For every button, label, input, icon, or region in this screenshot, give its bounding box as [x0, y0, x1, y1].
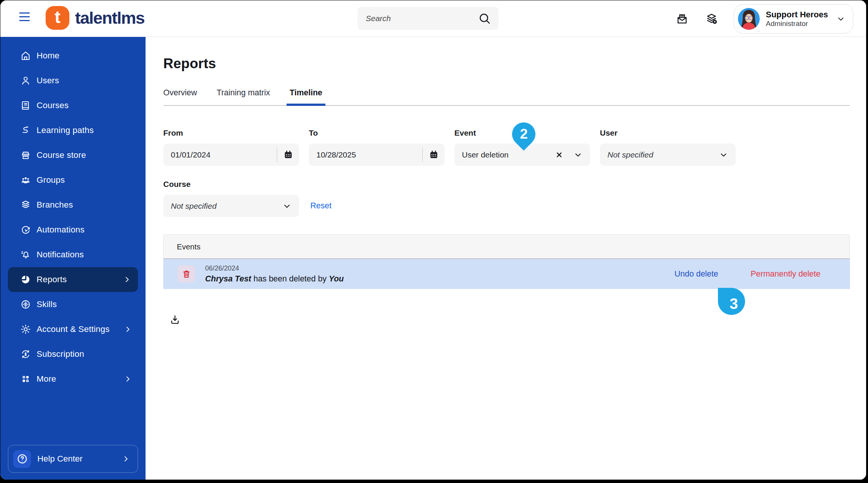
tab-overview[interactable]: Overview — [163, 88, 197, 98]
sidebar-item-label: Courses — [37, 101, 69, 110]
events-panel: Events 06/26/2024 Chrysa Test has been d… — [163, 234, 850, 289]
filter-row-1: From 01/01/2024 To 10/28/2025 — [163, 128, 736, 166]
page-title: Reports — [163, 56, 216, 72]
filter-row-2: Course Not specified Reset — [163, 180, 331, 217]
app-window: t talentlms Support Heroes Administrator — [0, 0, 866, 480]
user-label: User — [600, 128, 736, 138]
chevron-right-icon — [124, 325, 132, 333]
sidebar-item-label: Skills — [37, 300, 57, 309]
topbar-actions: Support Heroes Administrator — [675, 4, 853, 33]
user-name: Support Heroes — [766, 9, 828, 20]
sidebar-item-label: Learning paths — [37, 125, 94, 135]
brand-logo[interactable]: t talentlms — [46, 6, 144, 30]
chevron-down-icon[interactable] — [719, 150, 728, 159]
sidebar-item-automations[interactable]: Automations — [0, 217, 146, 242]
sidebar: Home Users Courses Learning paths Course… — [0, 37, 146, 480]
sidebar-nav: Home Users Courses Learning paths Course… — [0, 37, 146, 391]
chevron-down-icon[interactable] — [574, 150, 583, 159]
export-download-icon[interactable] — [169, 314, 181, 326]
deletion-event-badge — [178, 265, 195, 283]
filter-course: Course Not specified — [163, 180, 299, 217]
undo-delete-link[interactable]: Undo delete — [675, 269, 718, 279]
sidebar-item-branches[interactable]: Branches — [0, 193, 146, 217]
event-actions: Undo delete Permanently delete — [675, 269, 820, 279]
groups-icon — [20, 174, 31, 186]
sidebar-item-label: Course store — [37, 150, 86, 160]
skills-icon — [20, 299, 31, 310]
sidebar-item-skills[interactable]: Skills — [0, 292, 146, 317]
course-select[interactable]: Not specified — [163, 195, 299, 217]
from-date-field[interactable]: 01/01/2024 — [163, 144, 299, 166]
sidebar-item-more[interactable]: More — [0, 367, 146, 391]
user-role: Administrator — [766, 20, 828, 28]
events-header-label: Events — [177, 242, 201, 251]
chevron-right-icon — [124, 375, 132, 383]
to-date-value: 10/28/2025 — [316, 150, 422, 159]
chevron-right-icon — [122, 455, 130, 463]
user-select[interactable]: Not specified — [600, 144, 736, 166]
chevron-down-icon[interactable] — [836, 14, 845, 23]
reset-filters-link[interactable]: Reset — [310, 201, 331, 211]
sidebar-item-course-store[interactable]: Course store — [0, 143, 146, 168]
event-value: User deletion — [462, 150, 555, 159]
sidebar-item-account-settings[interactable]: Account & Settings — [0, 317, 146, 342]
help-center-button[interactable]: Help Center — [8, 445, 138, 473]
chevron-down-icon[interactable] — [282, 202, 291, 211]
annotation-pin-step-3: 3 — [718, 288, 745, 315]
sidebar-item-home[interactable]: Home — [0, 43, 146, 68]
sidebar-item-learning-paths[interactable]: Learning paths — [0, 118, 146, 143]
settings-icon — [20, 324, 31, 335]
tab-training-matrix[interactable]: Training matrix — [217, 88, 270, 98]
trash-icon — [181, 269, 192, 279]
main-content: Reports Overview Training matrix Timelin… — [146, 37, 866, 480]
courses-icon — [20, 100, 31, 111]
from-label: From — [163, 128, 299, 138]
event-date: 06/26/2024 — [205, 264, 344, 272]
chevron-right-icon — [123, 275, 131, 284]
sidebar-item-subscription[interactable]: Subscription — [0, 342, 146, 367]
sidebar-item-users[interactable]: Users — [0, 68, 146, 93]
course-label: Course — [163, 180, 299, 189]
brand-name: talentlms — [75, 8, 144, 28]
top-bar: t talentlms Support Heroes Administrator — [0, 0, 866, 37]
user-identity: Support Heroes Administrator — [766, 9, 828, 28]
event-subject: Chrysa Test — [205, 274, 251, 283]
logo-badge-icon: t — [46, 6, 69, 30]
sidebar-item-groups[interactable]: Groups — [0, 168, 146, 193]
calendar-icon[interactable] — [277, 150, 299, 160]
sidebar-item-label: Reports — [37, 275, 67, 284]
calendar-icon[interactable] — [423, 150, 445, 160]
search-box[interactable] — [357, 7, 498, 30]
filter-user: User Not specified — [600, 128, 736, 166]
sidebar-item-label: Account & Settings — [37, 324, 110, 334]
events-panel-header: Events — [163, 234, 850, 259]
sidebar-item-notifications[interactable]: Notifications — [0, 242, 146, 267]
sidebar-item-courses[interactable]: Courses — [0, 93, 146, 118]
avatar — [738, 8, 760, 30]
inbox-message-icon[interactable] — [675, 12, 689, 26]
search-icon[interactable] — [477, 11, 492, 26]
to-label: To — [309, 128, 445, 138]
event-message-text: has been deleted by — [251, 274, 329, 283]
user-value: Not specified — [607, 150, 719, 159]
sidebar-item-reports[interactable]: Reports — [8, 267, 138, 292]
filter-to: To 10/28/2025 — [309, 128, 445, 166]
sidebar-item-label: More — [37, 374, 56, 384]
permanently-delete-link[interactable]: Permanently delete — [751, 269, 820, 279]
tab-timeline[interactable]: Timeline — [290, 88, 322, 98]
sidebar-item-label: Branches — [37, 200, 73, 210]
users-icon — [20, 75, 31, 86]
help-center-label: Help Center — [37, 454, 83, 464]
user-profile-menu[interactable]: Support Heroes Administrator — [734, 4, 853, 34]
clear-filter-icon[interactable] — [555, 150, 564, 159]
course-value: Not specified — [171, 202, 282, 211]
search-input[interactable] — [366, 14, 477, 23]
to-date-field[interactable]: 10/28/2025 — [309, 144, 445, 166]
filter-from: From 01/01/2024 — [163, 128, 299, 166]
sidebar-item-label: Notifications — [37, 250, 84, 260]
hamburger-menu-icon[interactable] — [19, 12, 30, 23]
event-details: 06/26/2024 Chrysa Test has been deleted … — [205, 264, 344, 284]
question-circle-icon — [13, 450, 31, 468]
event-actor: You — [329, 274, 344, 283]
branch-switch-icon[interactable] — [704, 12, 719, 26]
